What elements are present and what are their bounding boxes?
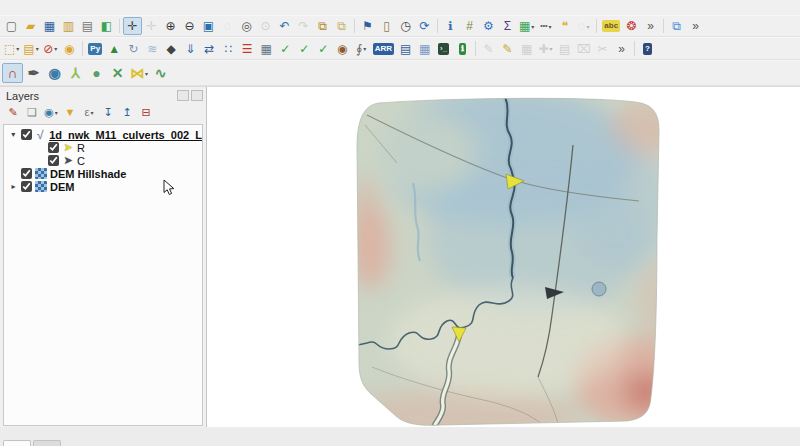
pan-to-selection-button[interactable]: ✛ xyxy=(142,17,161,35)
show-bookmarks-button[interactable]: ▯ xyxy=(377,17,396,35)
float-panel-button[interactable] xyxy=(177,90,189,101)
zoom-next-button[interactable]: ↷ xyxy=(294,17,313,35)
pen-tool-button[interactable]: ✒ xyxy=(23,63,44,83)
toggle-editing-button[interactable]: ✎ xyxy=(498,40,517,58)
legend-item-r[interactable]: ➤ R xyxy=(4,141,202,154)
save-edits-button[interactable]: ▦ xyxy=(517,40,536,58)
help-button[interactable]: ? xyxy=(638,40,657,58)
info-green-button[interactable]: ℹ xyxy=(453,40,472,58)
junction-tool-button[interactable]: ⅄ xyxy=(65,63,86,83)
chevron-down-icon[interactable]: ▾ xyxy=(54,45,57,52)
zoom-native-button[interactable]: ⊙ xyxy=(256,17,275,35)
layer-row-1d-nwk[interactable]: ▾ √ 1d_nwk_M11_culverts_002_L xyxy=(4,128,202,141)
save-project-as-button[interactable]: ▥ xyxy=(59,17,78,35)
layer-label[interactable]: DEM Hillshade xyxy=(50,168,126,180)
chevron-down-icon[interactable]: ▾ xyxy=(36,45,39,52)
layer-visibility-checkbox[interactable] xyxy=(48,155,59,166)
profile-tool-button[interactable]: ↻ xyxy=(124,40,143,58)
tcf-tool-button[interactable]: ∷ xyxy=(219,40,238,58)
legend-item-c[interactable]: ➤ C xyxy=(4,154,202,167)
new-3d-map-view-button[interactable]: ⧉ xyxy=(332,17,351,35)
delete-x-tool-button[interactable]: ✕ xyxy=(107,63,128,83)
layer-styling-button[interactable]: ✎ xyxy=(4,104,22,121)
chevron-down-icon[interactable]: ▾ xyxy=(16,45,19,52)
refresh-button[interactable]: ⟳ xyxy=(415,17,434,35)
python-console-button[interactable]: Py xyxy=(86,40,105,58)
select-by-form-button[interactable]: ▤ ▾ xyxy=(21,40,40,58)
layer-visibility-checkbox[interactable] xyxy=(21,168,32,179)
reshape-tool-button[interactable]: ● xyxy=(86,63,107,83)
notes-tool-button[interactable]: ▤ xyxy=(396,40,415,58)
layer-visibility-checkbox[interactable] xyxy=(21,181,32,192)
terminal-button[interactable]: ›_ xyxy=(434,40,453,58)
tab-browser[interactable] xyxy=(33,440,61,446)
current-edits-button[interactable]: ✎ xyxy=(479,40,498,58)
tuflow-animal-button[interactable]: ◉ xyxy=(333,40,352,58)
style-manager-button[interactable]: ◧ xyxy=(97,17,116,35)
arr-tool-button[interactable]: ARR xyxy=(371,40,396,58)
chevron-down-icon[interactable]: ▾ xyxy=(363,45,366,52)
toolbar-overflow-1[interactable]: » xyxy=(641,17,660,35)
grid-image-button[interactable]: ▦ xyxy=(257,40,276,58)
toolbar-overflow-3[interactable]: » xyxy=(612,40,631,58)
new-map-view-button[interactable]: ⧉ xyxy=(313,17,332,35)
import-data-button[interactable]: ⇓ xyxy=(181,40,200,58)
map-canvas[interactable] xyxy=(207,87,800,427)
terrain-tool-button[interactable]: ▲ xyxy=(105,40,124,58)
new-bookmark-button[interactable]: ⚑ xyxy=(358,17,377,35)
collapse-all-button[interactable]: ↥ xyxy=(118,104,136,121)
chevron-down-icon[interactable]: ▾ xyxy=(145,70,148,77)
statistical-summary-button[interactable]: Σ xyxy=(498,17,517,35)
layer-stack-button[interactable]: ☰ xyxy=(238,40,257,58)
chevron-down-icon[interactable]: ▾ xyxy=(90,109,93,116)
map-tips-button[interactable]: ❝ xyxy=(555,17,574,35)
close-panel-button[interactable] xyxy=(191,90,203,101)
search-button[interactable]: ◌ ▾ xyxy=(574,17,593,35)
open-project-button[interactable]: ▰ xyxy=(21,17,40,35)
chevron-down-icon[interactable]: ▾ xyxy=(550,45,553,52)
layer-labeling-button[interactable]: ❂ xyxy=(622,17,641,35)
expression-filter-button[interactable]: ε ▾ xyxy=(80,104,98,121)
zoom-last-button[interactable]: ↶ xyxy=(275,17,294,35)
visibility-eye-button[interactable]: ◉ xyxy=(44,63,65,83)
zoom-full-button[interactable]: ▣ xyxy=(199,17,218,35)
new-project-button[interactable]: ▢ xyxy=(2,17,21,35)
vertex-shield-button[interactable]: ◆ xyxy=(162,40,181,58)
reimport-data-button[interactable]: ⇄ xyxy=(200,40,219,58)
snapping-magnet-button[interactable]: ∩ xyxy=(2,63,23,83)
check-files-1-button[interactable]: ✓ xyxy=(276,40,295,58)
save-project-button[interactable]: ▦ xyxy=(40,17,59,35)
layer-label[interactable]: C xyxy=(77,155,85,167)
trace-tool-button[interactable]: ∿ xyxy=(150,63,171,83)
expander-icon[interactable]: ▸ xyxy=(9,182,18,191)
delete-selected-button[interactable]: ⌧ xyxy=(574,40,593,58)
zoom-to-selection-button[interactable]: ◌ xyxy=(218,17,237,35)
remove-layer-button[interactable]: ⊟ xyxy=(137,104,155,121)
select-features-button[interactable]: ⬚ ▾ xyxy=(2,40,21,58)
layer-label[interactable]: DEM xyxy=(50,181,74,193)
filter-legend-button[interactable]: ▼ xyxy=(61,104,79,121)
layer-label[interactable]: 1d_nwk_M11_culverts_002_L xyxy=(49,129,202,141)
layout-manager-button[interactable]: ▤ xyxy=(78,17,97,35)
layer-row-dem-hillshade[interactable]: DEM Hillshade xyxy=(4,167,202,180)
pan-map-button[interactable]: ✛ xyxy=(123,17,142,35)
mesh-layer-button[interactable]: ≋ xyxy=(143,40,162,58)
layer-row-dem[interactable]: ▸ DEM xyxy=(4,180,202,193)
flow-direction-tool-button[interactable]: ⋈ ▾ xyxy=(128,63,150,83)
add-group-button[interactable]: ❏ xyxy=(23,104,41,121)
duplicate-layer-button[interactable]: ⧉ xyxy=(667,17,686,35)
statistics-button[interactable]: # xyxy=(460,17,479,35)
layer-label[interactable]: R xyxy=(77,142,85,154)
expander-icon[interactable]: ▾ xyxy=(9,130,18,139)
tab-layers[interactable] xyxy=(3,440,31,446)
check-files-2-button[interactable]: ✓ xyxy=(295,40,314,58)
zoom-out-button[interactable]: ⊖ xyxy=(180,17,199,35)
check-files-3-button[interactable]: ✓ xyxy=(314,40,333,58)
identify-features-button[interactable]: ℹ xyxy=(441,17,460,35)
processing-toolbox-button[interactable]: ⚙ xyxy=(479,17,498,35)
label-options-button[interactable]: abc xyxy=(600,17,622,35)
attachment-button[interactable]: ∮ ▾ xyxy=(352,40,371,58)
chevron-down-icon[interactable]: ▾ xyxy=(548,23,551,30)
expand-all-button[interactable]: ↧ xyxy=(99,104,117,121)
select-by-location-button[interactable]: ◉ xyxy=(60,40,79,58)
